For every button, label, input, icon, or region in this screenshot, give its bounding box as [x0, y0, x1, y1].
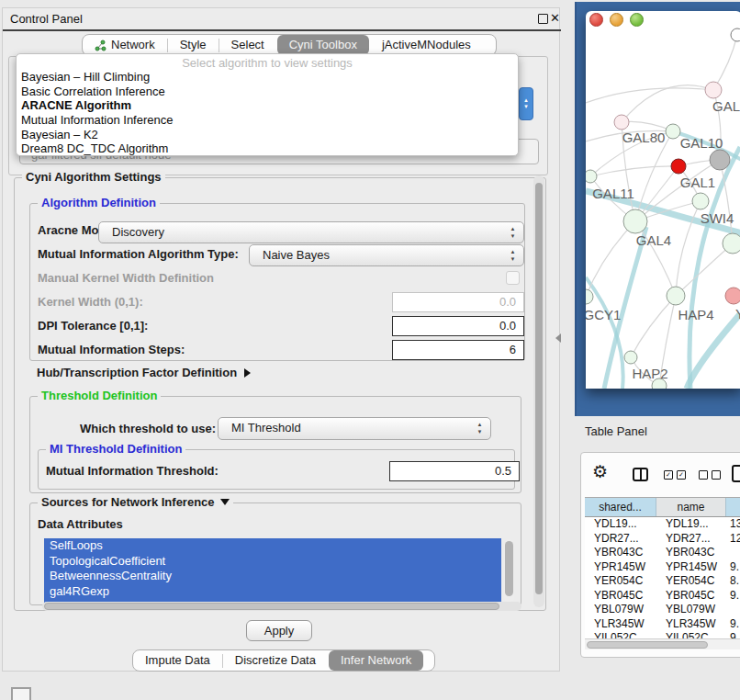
popup-item[interactable]: Mutual Information Inference [17, 113, 518, 128]
column-header[interactable] [726, 498, 740, 516]
collapse-arrow-icon[interactable] [220, 499, 230, 505]
tab-impute-data[interactable]: Impute Data [133, 650, 222, 671]
tab-cyni-toolbox[interactable]: Cyni Toolbox [277, 35, 369, 55]
table-cell[interactable]: YPR145W [656, 560, 726, 575]
table-row[interactable]: YBR043CYBR043C [585, 546, 740, 560]
table-cell[interactable]: 9. [726, 589, 740, 604]
deselect-all-icon[interactable] [699, 470, 721, 480]
network-node[interactable] [586, 289, 593, 304]
network-node[interactable] [731, 28, 740, 41]
panel-splitter-handle[interactable] [555, 333, 561, 343]
mi-threshold-field[interactable]: 0.5 [389, 461, 520, 481]
dpi-tolerance-field[interactable]: 0.0 [392, 316, 524, 336]
table-row[interactable]: YLR345WYLR345W9. [585, 617, 740, 632]
table-cell[interactable]: YIL052C [585, 631, 656, 638]
table-cell[interactable]: YER054C [585, 574, 656, 589]
table-cell[interactable]: 13 [726, 517, 740, 532]
scrollbar-thumb[interactable] [535, 183, 543, 594]
table-cell[interactable]: YDL19... [656, 517, 726, 532]
network-node[interactable] [614, 115, 629, 130]
table-cell[interactable] [726, 603, 740, 617]
attribute-item[interactable]: BetweennessCentrality [44, 569, 501, 584]
table-mode-icon[interactable] [732, 465, 740, 482]
table-cell[interactable]: YLR345W [656, 617, 726, 632]
popup-item[interactable]: Dream8 DC_TDC Algorithm [17, 141, 518, 156]
table-cell[interactable]: YDR27... [656, 532, 726, 547]
tab-select[interactable]: Select [219, 35, 276, 55]
table-cell[interactable]: YER054C [656, 574, 726, 589]
popup-item[interactable]: Bayesian – Hill Climbing [17, 70, 518, 85]
network-node[interactable] [586, 170, 597, 183]
attribute-item[interactable]: SelfLoops [44, 538, 501, 554]
table-cell[interactable]: 8. [726, 574, 740, 589]
network-node[interactable] [623, 209, 647, 233]
table-cell[interactable]: 9. [726, 560, 740, 575]
scrollbar-thumb[interactable] [44, 603, 499, 610]
network-edge[interactable] [586, 88, 713, 103]
gear-icon[interactable]: ⚙ [592, 461, 608, 481]
network-edge[interactable] [590, 166, 678, 176]
network-node[interactable] [671, 159, 686, 174]
select-all-icon[interactable]: ✓ ✓ [664, 470, 686, 480]
attribute-item[interactable]: TopologicalCoefficient [44, 554, 501, 570]
tab-network[interactable]: Network [83, 35, 167, 55]
table-cell[interactable]: YDR27... [585, 532, 656, 547]
table-cell[interactable]: YPR145W [585, 560, 656, 575]
table-row[interactable]: YBL079WYBL079W [585, 603, 740, 617]
table-cell[interactable]: YIL052C [656, 631, 726, 638]
manual-kernel-checkbox[interactable] [506, 271, 520, 285]
table-cell[interactable]: YBR043C [585, 546, 656, 560]
scrollbar-thumb[interactable] [505, 541, 513, 596]
mi-type-combo[interactable]: Naive Bayes ▲▼ [249, 244, 524, 266]
popup-item-selected[interactable]: ARACNE Algorithm [17, 98, 518, 113]
hub-expander[interactable]: Hub/Transcription Factor Definition [37, 366, 251, 379]
network-edge[interactable] [687, 314, 740, 389]
corner-widget[interactable] [11, 687, 31, 700]
aracne-mode-combo[interactable]: Discovery ▲▼ [98, 221, 524, 243]
apply-button[interactable]: Apply [246, 620, 312, 641]
tab-discretize-data[interactable]: Discretize Data [223, 650, 328, 671]
column-header[interactable]: shared... [585, 498, 656, 516]
network-node[interactable] [667, 287, 685, 305]
algorithm-combo-spinner[interactable]: ▲▼ [519, 87, 533, 120]
table-row[interactable]: YIL052CYIL052C9 [585, 631, 740, 638]
table-cell[interactable]: 9 [726, 631, 740, 638]
table-cell[interactable]: YBR045C [656, 589, 726, 604]
network-edge[interactable] [713, 35, 737, 90]
table-row[interactable]: YDL19...YDL19...13 [585, 517, 740, 532]
list-scrollbar[interactable] [504, 539, 514, 602]
tab-infer-network[interactable]: Infer Network [329, 650, 423, 671]
network-node[interactable] [692, 193, 709, 209]
table-row[interactable]: YBR045CYBR045C9. [585, 589, 740, 604]
network-node[interactable] [624, 351, 637, 364]
network-node[interactable] [666, 124, 680, 139]
float-window-icon[interactable] [538, 14, 548, 24]
kernel-width-field[interactable]: 0.0 [392, 292, 524, 312]
table-cell[interactable]: YBR045C [585, 589, 656, 604]
popup-item[interactable]: Basic Correlation Inference [17, 85, 518, 99]
table-cell[interactable]: YDL19... [585, 517, 656, 532]
table-row[interactable]: YPR145WYPR145W9. [585, 560, 740, 575]
settings-horizontal-scrollbar[interactable] [42, 602, 521, 611]
network-canvas[interactable]: GAL80GAL10GALGAL11GAL1SWI4GAL4GCY1HAP4YH… [586, 11, 740, 389]
network-edge[interactable] [676, 243, 733, 296]
attribute-item[interactable]: gal4RGexp [44, 584, 501, 600]
scrollbar-thumb[interactable] [587, 641, 708, 649]
column-header[interactable]: name [656, 498, 726, 516]
mi-steps-field[interactable]: 6 [392, 340, 524, 360]
network-node[interactable] [710, 150, 730, 170]
table-cell[interactable]: YBL079W [656, 603, 726, 617]
popup-item[interactable]: Bayesian – K2 [17, 128, 518, 142]
table-cell[interactable]: YBL079W [585, 603, 656, 617]
table-row[interactable]: YER054CYER054C8. [585, 574, 740, 589]
network-node[interactable] [725, 288, 740, 304]
column-view-icon[interactable] [633, 468, 648, 481]
tab-jactivemnodules[interactable]: jActiveMNodules [370, 35, 483, 55]
table-cell[interactable] [726, 546, 740, 560]
table-cell[interactable]: YLR345W [585, 617, 656, 632]
tab-style[interactable]: Style [168, 35, 219, 55]
table-cell[interactable]: YBR043C [656, 546, 726, 560]
table-cell[interactable]: 9. [726, 617, 740, 632]
network-node[interactable] [705, 82, 722, 98]
settings-vertical-scrollbar[interactable] [533, 175, 544, 607]
